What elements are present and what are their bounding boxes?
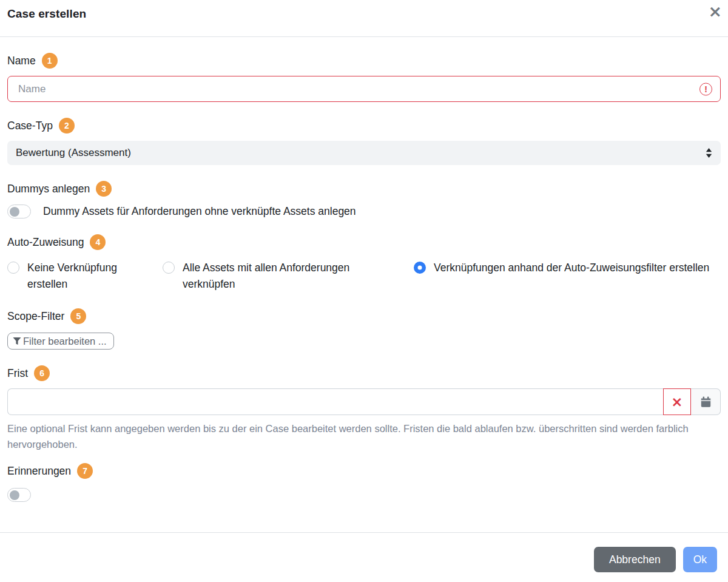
step-badge-1: 1 [42,53,58,69]
page-title: Case erstellen [7,6,720,22]
case-type-select[interactable]: Bewertung (Assessment) [7,141,721,165]
deadline-help-text: Eine optional Frist kann angegeben werde… [7,421,711,452]
dummys-label: Dummys anlegen [7,183,90,195]
toggle-knob [10,490,19,500]
calendar-button[interactable] [691,388,721,415]
radio-option-no-link[interactable]: Keine Verknüpfung erstellen [7,260,163,293]
select-arrows-icon [706,148,712,158]
dummys-switch-row: Dummy Assets für Anforderungen ohne verk… [7,205,721,218]
calendar-icon [700,396,712,408]
step-badge-5: 5 [70,308,86,324]
close-icon[interactable]: × [708,2,722,21]
radio-icon-no-link[interactable] [7,262,19,274]
modal-header: Case erstellen × [0,0,728,37]
name-field-wrap: ! [7,76,721,102]
deadline-label-row: Frist 6 [7,365,721,381]
ok-button[interactable]: Ok [683,547,717,572]
radio-option-link-all[interactable]: Alle Assets mit allen Anforderungen verk… [163,260,414,293]
radio-icon-filter-based[interactable] [414,262,426,274]
case-type-selected-value: Bewertung (Assessment) [16,147,131,159]
radio-label-no-link: Keine Verknüpfung erstellen [27,260,150,293]
radio-label-filter-based: Verknüpfungen anhand der Auto-Zuweisungs… [434,260,709,276]
step-badge-3: 3 [96,181,112,197]
modal-footer: Abbrechen Ok [0,532,728,582]
dummys-toggle-label: Dummy Assets für Anforderungen ohne verk… [43,205,356,218]
radio-icon-link-all[interactable] [163,262,175,274]
auto-assign-label-row: Auto-Zuweisung 4 [7,234,721,250]
clear-icon: × [671,395,682,409]
cancel-button[interactable]: Abbrechen [594,547,676,572]
step-badge-6: 6 [34,365,50,381]
auto-assign-label: Auto-Zuweisung [7,236,84,249]
name-label: Name [7,55,36,67]
clear-date-button[interactable]: × [663,388,691,415]
deadline-input-group: × [7,388,721,415]
scope-filter-label: Scope-Filter [7,310,64,323]
modal-body: Name 1 ! Case-Typ 2 Bewertung (Assessmen… [0,37,728,532]
radio-option-filter-based[interactable]: Verknüpfungen anhand der Auto-Zuweisungs… [414,260,721,293]
dummy-assets-toggle[interactable] [7,205,31,218]
deadline-input[interactable] [7,388,663,415]
error-icon: ! [699,83,712,95]
name-label-row: Name 1 [7,53,721,69]
reminders-label: Erinnerungen [7,465,71,478]
reminders-label-row: Erinnerungen 7 [7,463,721,479]
reminders-switch-row [7,488,721,502]
filter-icon [13,337,21,345]
step-badge-4: 4 [90,234,106,250]
scope-filter-label-row: Scope-Filter 5 [7,308,721,324]
edit-filter-button[interactable]: Filter bearbeiten ... [7,333,114,350]
name-input[interactable] [7,76,721,102]
case-type-label-row: Case-Typ 2 [7,118,721,134]
reminders-toggle[interactable] [7,488,31,502]
toggle-knob [10,207,19,217]
dummys-label-row: Dummys anlegen 3 [7,181,721,197]
step-badge-7: 7 [77,463,93,479]
edit-filter-button-label: Filter bearbeiten ... [23,336,107,347]
radio-label-link-all: Alle Assets mit allen Anforderungen verk… [183,260,402,293]
deadline-label: Frist [7,367,28,380]
auto-assign-options: Keine Verknüpfung erstellen Alle Assets … [7,260,721,293]
step-badge-2: 2 [59,118,75,134]
create-case-modal: Case erstellen × Name 1 ! Case-Typ 2 Bew… [0,0,728,582]
case-type-label: Case-Typ [7,120,53,132]
